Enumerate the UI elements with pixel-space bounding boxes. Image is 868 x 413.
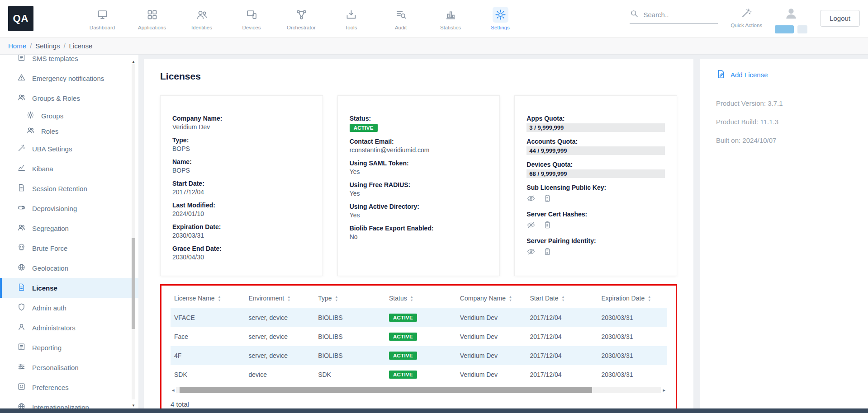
scroll-track[interactable] xyxy=(176,387,662,393)
sidebar-item-brute-force[interactable]: Brute Force xyxy=(0,238,138,258)
cell-expiration-date: 2030/03/31 xyxy=(598,365,667,384)
col-header-start-date[interactable]: Start Date xyxy=(526,289,598,308)
cell-type: BIOLIBS xyxy=(314,327,385,346)
sidebar-scroll-thumb[interactable] xyxy=(132,238,135,329)
sidebar-scrollbar[interactable] xyxy=(131,56,136,407)
add-license-button[interactable]: Add License xyxy=(716,69,852,80)
sidebar-item-sms-templates[interactable]: SMS templates xyxy=(0,55,138,68)
nav-item-applications[interactable]: Applications xyxy=(138,7,166,30)
sidebar-item-reporting[interactable]: Reporting xyxy=(0,338,138,357)
search-input[interactable] xyxy=(643,11,707,19)
cell-status: ACTIVE xyxy=(385,346,456,365)
field-label: Server Cert Hashes: xyxy=(526,211,665,218)
col-header-expiration-date[interactable]: Expiration Date xyxy=(598,289,667,308)
scroll-down-icon[interactable] xyxy=(131,400,136,407)
scroll-up-icon[interactable] xyxy=(131,56,136,63)
nav-item-devices[interactable]: Devices xyxy=(237,7,266,30)
reveal-pairing-identity-eye-icon[interactable] xyxy=(526,247,536,258)
sidebar-item-segregation[interactable]: Segregation xyxy=(0,218,138,238)
copy-pairing-identity-icon[interactable] xyxy=(543,247,552,258)
app-logo[interactable]: QA xyxy=(8,6,33,31)
groups-roles-icon xyxy=(17,93,26,103)
sidebar-item-kibana[interactable]: Kibana xyxy=(0,159,138,178)
col-header-company-name[interactable]: Company Name xyxy=(456,289,526,308)
field-value: 2030/03/31 xyxy=(172,232,311,239)
sidebar-item-admin-auth[interactable]: Admin auth xyxy=(0,298,138,318)
nav-item-tools[interactable]: Tools xyxy=(337,7,365,30)
deprovisioning-icon xyxy=(17,203,26,213)
breadcrumb-separator: / xyxy=(30,42,32,50)
licenses-panel: Licenses Company Name:Veridium Dev Type:… xyxy=(144,59,693,408)
sidebar-item-session-retention[interactable]: Session Retention xyxy=(0,178,138,198)
nav-item-settings[interactable]: Settings xyxy=(486,7,515,30)
col-header-license-name[interactable]: License Name xyxy=(171,289,245,308)
reveal-public-key-eye-icon[interactable] xyxy=(526,194,536,205)
table-row[interactable]: VFACE server, device BIOLIBS ACTIVE Veri… xyxy=(171,308,667,328)
secondary-flag-icon[interactable] xyxy=(797,25,807,33)
col-header-status[interactable]: Status xyxy=(385,289,456,308)
sort-icon[interactable] xyxy=(335,295,338,302)
groups-icon xyxy=(26,111,35,121)
cell-expiration-date: 2030/03/31 xyxy=(598,327,667,346)
nav-item-identities[interactable]: Identities xyxy=(187,7,216,30)
col-header-type[interactable]: Type xyxy=(314,289,385,308)
sidebar-scroll-track[interactable] xyxy=(132,64,135,399)
sidebar-item-groups-roles[interactable]: Groups & Roles xyxy=(0,88,138,108)
sidebar-item-personalisation[interactable]: Personalisation xyxy=(0,357,138,377)
reveal-cert-hashes-eye-icon[interactable] xyxy=(526,221,536,231)
breadcrumb-home[interactable]: Home xyxy=(8,42,26,50)
sort-icon[interactable] xyxy=(410,295,413,302)
add-license-icon xyxy=(716,69,726,80)
sidebar-item-administrators[interactable]: Administrators xyxy=(0,318,138,338)
sidebar-item-groups[interactable]: Groups xyxy=(0,108,138,123)
sort-icon[interactable] xyxy=(509,295,512,302)
nav-label: Tools xyxy=(345,25,357,30)
breadcrumb-settings[interactable]: Settings xyxy=(35,42,60,50)
sort-icon[interactable] xyxy=(218,295,221,302)
table-horizontal-scrollbar[interactable] xyxy=(171,387,667,393)
field-value: BOPS xyxy=(172,145,311,152)
cell-status: ACTIVE xyxy=(385,327,456,346)
quick-actions-button[interactable]: Quick Actions xyxy=(730,7,762,28)
field-label: Grace End Date: xyxy=(172,245,311,252)
scroll-left-icon[interactable] xyxy=(171,387,176,393)
cell-expiration-date: 2030/03/31 xyxy=(598,308,667,328)
language-flag-icon[interactable] xyxy=(775,25,794,33)
sidebar-item-internationalization[interactable]: Internationalization xyxy=(0,397,138,408)
sort-icon[interactable] xyxy=(562,295,565,302)
sidebar-item-license[interactable]: License xyxy=(0,278,138,298)
copy-cert-hashes-icon[interactable] xyxy=(543,221,552,231)
nav-item-statistics[interactable]: Statistics xyxy=(436,7,465,30)
sidebar-item-label: License xyxy=(32,284,57,292)
sort-icon[interactable] xyxy=(648,295,651,302)
sidebar-item-emergency-notifications[interactable]: Emergency notifications xyxy=(0,68,138,88)
logout-button[interactable]: Logout xyxy=(820,10,860,27)
nav-item-audit[interactable]: Audit xyxy=(386,7,415,30)
scroll-thumb[interactable] xyxy=(180,387,593,393)
statistics-icon xyxy=(443,7,459,23)
sidebar-item-roles[interactable]: Roles xyxy=(0,123,138,139)
nav-label: Settings xyxy=(491,25,510,30)
table-row[interactable]: Face server, device BIOLIBS ACTIVE Verid… xyxy=(171,327,667,346)
copy-public-key-icon[interactable] xyxy=(543,194,552,205)
nav-item-orchestrator[interactable]: Orchestrator xyxy=(287,7,316,30)
status-badge: ACTIVE xyxy=(389,314,417,322)
user-avatar-icon[interactable] xyxy=(784,6,798,23)
sidebar-item-uba-settings[interactable]: UBA Settings xyxy=(0,139,138,159)
topnav-right: Quick Actions Logout xyxy=(630,4,860,33)
nav-label: Orchestrator xyxy=(287,25,316,30)
nav-item-dashboard[interactable]: Dashboard xyxy=(88,7,117,30)
sidebar-item-geolocation[interactable]: Geolocation xyxy=(0,258,138,278)
scroll-right-icon[interactable] xyxy=(661,387,667,393)
table-row[interactable]: 4F server, device BIOLIBS ACTIVE Veridiu… xyxy=(171,346,667,365)
sidebar-item-preferences[interactable]: Preferences xyxy=(0,377,138,397)
sidebar-item-deprovisioning[interactable]: Deprovisioning xyxy=(0,198,138,218)
quota-value: 68 / 9,999,999 xyxy=(529,170,567,177)
cell-start-date: 2017/12/04 xyxy=(526,365,598,384)
status-info-card: Status: ACTIVE Contact Email:rconstantin… xyxy=(337,95,500,276)
sort-icon[interactable] xyxy=(287,295,290,302)
field-value: 2017/12/04 xyxy=(172,188,311,196)
table-row[interactable]: SDK device SDK ACTIVE Veridium Dev 2017/… xyxy=(171,365,667,384)
col-header-environment[interactable]: Environment xyxy=(245,289,315,308)
field-label: Devices Quota: xyxy=(526,161,665,168)
